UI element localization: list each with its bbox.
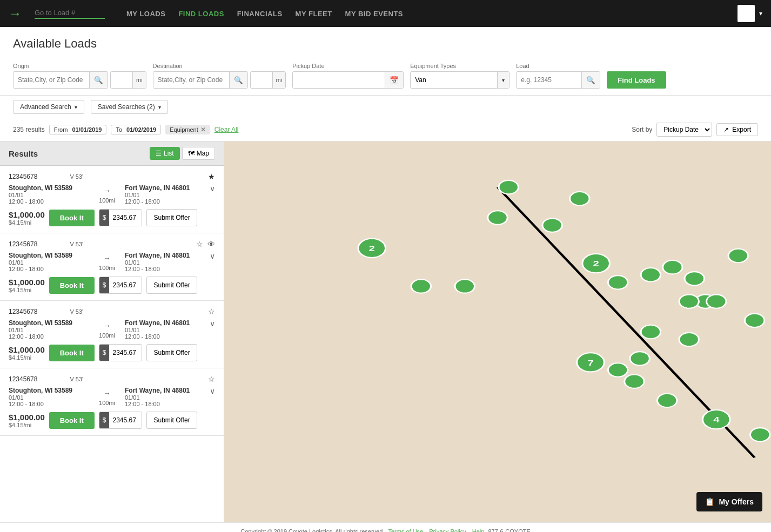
dest-date: 01/01 xyxy=(125,259,205,266)
map-dot[interactable] xyxy=(488,211,507,224)
load-input[interactable] xyxy=(517,72,581,88)
nav-link-financials[interactable]: FINANCIALS xyxy=(237,10,283,18)
offer-amount-input[interactable] xyxy=(109,412,142,428)
saved-searches-chevron-icon: ▾ xyxy=(158,104,161,110)
map-dot[interactable] xyxy=(608,363,627,376)
nav-link-my-loads[interactable]: MY LOADS xyxy=(126,10,165,18)
calendar-icon[interactable]: 📅 xyxy=(385,72,403,88)
origin-date: 01/01 xyxy=(9,259,89,266)
offer-amount-input[interactable] xyxy=(109,277,142,293)
svg-point-5 xyxy=(455,279,474,293)
load-destination: Fort Wayne, IN 46801 01/01 12:00 - 18:00 xyxy=(125,387,205,407)
load-price: $1,000.00 xyxy=(9,345,45,354)
map-dot[interactable] xyxy=(750,428,770,441)
origin-radius-input[interactable]: 100 xyxy=(111,72,132,88)
map-dot[interactable]: 2 xyxy=(582,254,610,273)
star-button[interactable]: ☆ xyxy=(196,240,203,248)
help-link[interactable]: Help xyxy=(472,528,485,532)
load-price: $1,000.00 xyxy=(9,210,45,219)
find-loads-button[interactable]: Find Loads xyxy=(607,71,666,89)
from-date-tag: From 01/01/2019 xyxy=(49,125,107,134)
map-dot[interactable]: 2 xyxy=(358,239,386,258)
privacy-link[interactable]: Privacy Policy xyxy=(429,528,466,532)
star-button[interactable]: ☆ xyxy=(208,375,215,383)
saved-searches-button[interactable]: Saved Searches (2) ▾ xyxy=(91,100,168,114)
destination-search-icon[interactable]: 🔍 xyxy=(229,72,247,88)
equipment-select[interactable]: Van Flatbed Reefer xyxy=(411,72,497,88)
collapse-card-button[interactable]: ∨ xyxy=(210,319,215,328)
map-dot[interactable] xyxy=(542,218,562,232)
load-search-icon[interactable]: 🔍 xyxy=(581,72,600,88)
map-dot[interactable] xyxy=(411,279,431,293)
origin-input[interactable] xyxy=(14,72,89,88)
map-dot[interactable] xyxy=(707,294,726,308)
map-dot[interactable] xyxy=(745,314,764,327)
origin-label: Origin xyxy=(13,63,146,69)
map-dot[interactable]: 7 xyxy=(577,353,605,372)
map-dot[interactable] xyxy=(663,260,682,274)
star-button[interactable]: ★ xyxy=(208,172,215,181)
nav-link-my-fleet[interactable]: MY FLEET xyxy=(296,10,332,18)
star-button[interactable]: ☆ xyxy=(208,307,215,316)
nav-link-my-bid-events[interactable]: MY BID EVENTS xyxy=(345,10,403,18)
map-view-button[interactable]: 🗺 Map xyxy=(182,147,215,160)
offer-amount-input[interactable] xyxy=(109,210,142,226)
offer-dollar-icon: $ xyxy=(99,277,110,293)
load-icons: ★ xyxy=(208,172,215,181)
map-dot[interactable] xyxy=(679,294,699,308)
origin-search-icon[interactable]: 🔍 xyxy=(89,72,108,88)
book-it-button[interactable]: Book It xyxy=(49,345,95,361)
dest-date: 01/01 xyxy=(125,327,205,333)
map-dot[interactable] xyxy=(685,272,704,285)
main-content: Available Loads Origin 🔍 100 mi xyxy=(0,27,771,522)
search-row: Origin 🔍 100 mi Destination xyxy=(13,63,758,89)
nav-link-find-loads[interactable]: FIND LOADS xyxy=(178,10,224,18)
destination-input[interactable] xyxy=(153,72,229,88)
load-destination: Fort Wayne, IN 46801 01/01 12:00 - 18:00 xyxy=(125,252,205,272)
map-dot[interactable] xyxy=(728,249,748,262)
map-dot[interactable] xyxy=(641,325,660,339)
load-card: 12345678 V 53' ☆ Stoughton, WI 53589 01/… xyxy=(0,301,224,368)
offer-input-wrap: $ xyxy=(99,277,143,294)
submit-offer-button[interactable]: Submit Offer xyxy=(146,412,197,429)
submit-offer-button[interactable]: Submit Offer xyxy=(146,209,197,226)
map-dot[interactable]: 4 xyxy=(703,410,730,429)
map-dot[interactable] xyxy=(625,374,644,388)
origin-time: 12:00 - 18:00 xyxy=(9,266,89,272)
map-dot[interactable] xyxy=(630,352,649,365)
avatar[interactable] xyxy=(738,5,755,22)
pickup-date-input[interactable]: 01/01/2019 - 01/02/2019 xyxy=(293,72,385,88)
collapse-card-button[interactable]: ∨ xyxy=(210,184,215,193)
load-route: Stoughton, WI 53589 01/01 12:00 - 18:00 … xyxy=(9,184,215,205)
goto-load-wrap[interactable] xyxy=(35,9,105,19)
export-button[interactable]: ↗ Export xyxy=(716,123,758,136)
remove-equipment-tag-icon[interactable]: ✕ xyxy=(200,126,206,133)
advanced-search-button[interactable]: Advanced Search ▾ xyxy=(13,100,84,114)
collapse-card-button[interactable]: ∨ xyxy=(210,252,215,260)
map-dot[interactable] xyxy=(641,268,660,281)
terms-link[interactable]: Terms of Use xyxy=(388,528,423,532)
offer-amount-input[interactable] xyxy=(109,345,142,361)
map-dot[interactable] xyxy=(455,279,474,293)
goto-load-input[interactable] xyxy=(35,9,105,17)
destination-radius-input[interactable]: 100 xyxy=(251,72,272,88)
submit-offer-button[interactable]: Submit Offer xyxy=(146,344,197,361)
my-offers-button[interactable]: 📋 My Offers xyxy=(696,492,762,511)
submit-offer-button[interactable]: Submit Offer xyxy=(146,277,197,294)
collapse-card-button[interactable]: ∨ xyxy=(210,387,215,395)
map-dot[interactable] xyxy=(499,180,518,194)
navbar: → MY LOADSFIND LOADSFINANCIALSMY FLEETMY… xyxy=(0,0,771,27)
map-dot[interactable] xyxy=(658,394,677,407)
map-svg: 2274 xyxy=(224,142,771,522)
sort-select[interactable]: Pickup Date Price Distance xyxy=(656,123,712,137)
clear-all-button[interactable]: Clear All xyxy=(214,126,239,133)
list-view-button[interactable]: ☰ List xyxy=(150,147,180,160)
user-menu-chevron[interactable]: ▾ xyxy=(759,10,762,17)
book-it-button[interactable]: Book It xyxy=(49,277,95,294)
book-it-button[interactable]: Book It xyxy=(49,412,95,429)
hide-load-icon[interactable]: 👁 xyxy=(207,240,215,248)
map-dot[interactable] xyxy=(570,192,589,205)
book-it-button[interactable]: Book It xyxy=(49,210,95,226)
map-dot[interactable] xyxy=(679,333,699,346)
map-dot[interactable] xyxy=(608,275,627,289)
